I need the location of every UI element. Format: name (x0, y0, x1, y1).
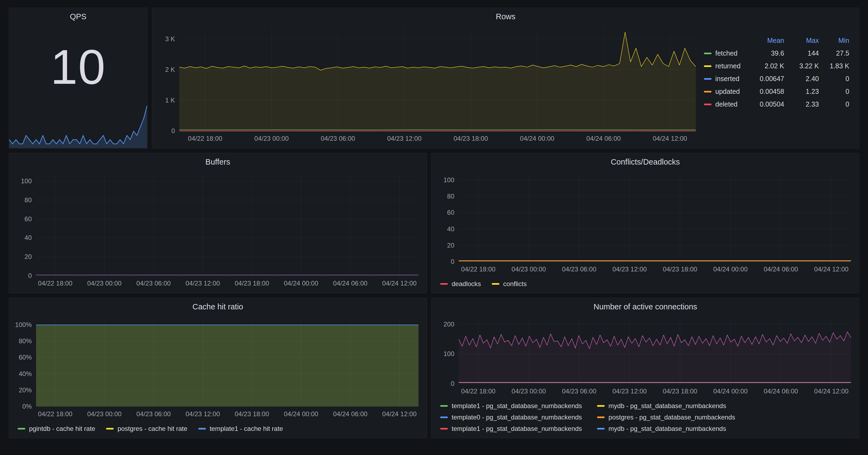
legend-item[interactable]: inserted (704, 75, 748, 83)
conflicts-plot-area[interactable]: 02040608010004/22 18:0004/23 00:0004/23 … (459, 173, 851, 262)
series-color-icon (18, 428, 25, 429)
legend-item[interactable]: postgres - cache hit rate (106, 425, 187, 432)
y-tick-label: 100 (21, 177, 32, 185)
x-tick-label: 04/24 12:00 (382, 280, 416, 287)
legend-label: template1 - pg_stat_database_numbackends (452, 402, 582, 410)
y-tick-label: 80 (447, 193, 454, 200)
legend-item[interactable]: deadlocks (440, 280, 481, 288)
x-tick-label: 04/24 06:00 (764, 265, 798, 273)
x-tick-label: 04/24 00:00 (520, 135, 554, 142)
x-tick-label: 04/23 12:00 (613, 388, 647, 395)
legend-item[interactable]: mydb - pg_stat_database_numbackends (597, 425, 735, 432)
legend-label: postgres - pg_stat_database_numbackends (609, 414, 735, 421)
y-tick-label: 100 (443, 176, 454, 184)
legend-item[interactable]: fetched (704, 50, 748, 57)
legend-label: updated (715, 88, 740, 95)
x-tick-label: 04/23 06:00 (562, 265, 596, 273)
x-tick-label: 04/24 12:00 (382, 410, 416, 418)
buffers-chart[interactable]: 02040608010004/22 18:0004/23 00:0004/23 … (9, 169, 427, 293)
stats-value: 2.40 (784, 75, 819, 83)
x-tick-label: 04/24 00:00 (284, 410, 318, 418)
stats-value: 0 (819, 100, 849, 108)
buffers-plot-area[interactable]: 02040608010004/22 18:0004/23 00:0004/23 … (36, 173, 418, 276)
series-color-icon (704, 53, 712, 54)
stats-value: 144 (784, 50, 819, 57)
stats-value: 39.6 (748, 50, 784, 57)
y-tick-label: 60 (447, 209, 454, 216)
x-tick-label: 04/22 18:00 (38, 410, 72, 418)
y-tick-label: 0% (22, 403, 32, 410)
legend-item[interactable]: template1 - pg_stat_database_numbackends (440, 425, 582, 432)
legend-label: template0 - pg_stat_database_numbackends (452, 414, 582, 421)
y-tick-label: 60% (19, 354, 32, 361)
x-tick-label: 04/23 00:00 (512, 388, 546, 395)
stats-header-mean[interactable]: Mean (748, 37, 784, 44)
cache-hit-ratio-chart[interactable]: 0%20%40%60%80%100%04/22 18:0004/23 00:00… (9, 314, 427, 424)
stats-header-max[interactable]: Max (784, 37, 819, 44)
legend-label: returned (715, 62, 741, 70)
panel-title-buffers[interactable]: Buffers (9, 153, 427, 169)
x-tick-label: 04/23 18:00 (663, 388, 698, 395)
legend-label: mydb - pg_stat_database_numbackends (609, 425, 726, 432)
panel-title-connections[interactable]: Number of active connections (432, 298, 859, 314)
legend-item[interactable]: mydb - pg_stat_database_numbackends (597, 402, 735, 410)
legend-label: template1 - pg_stat_database_numbackends (452, 425, 582, 432)
legend-item[interactable]: returned (704, 62, 748, 70)
panel-qps: QPS 10 (9, 8, 148, 149)
y-tick-label: 20 (24, 253, 32, 261)
x-tick-label: 04/24 00:00 (713, 388, 748, 395)
panel-title-conflicts[interactable]: Conflicts/Deadlocks (432, 153, 859, 169)
y-tick-label: 100 (443, 350, 454, 358)
legend-label: deleted (715, 100, 738, 108)
series-color-icon (597, 405, 604, 407)
connections-legend: template1 - pg_stat_database_numbackends… (432, 401, 859, 438)
y-tick-label: 60 (24, 215, 32, 223)
qps-stat-value: 10 (51, 42, 106, 91)
panel-title-cache[interactable]: Cache hit ratio (9, 298, 427, 314)
series-color-icon (704, 104, 712, 105)
x-tick-label: 04/24 12:00 (653, 135, 687, 142)
x-tick-label: 04/23 00:00 (512, 265, 546, 273)
x-tick-label: 04/24 06:00 (764, 388, 798, 395)
x-tick-label: 04/23 18:00 (235, 410, 269, 418)
legend-item[interactable]: template0 - pg_stat_database_numbackends (440, 414, 582, 421)
conflicts-chart[interactable]: 02040608010004/22 18:0004/23 00:0004/23 … (432, 169, 859, 279)
rows-chart[interactable]: 01 K2 K3 K04/22 18:0004/23 00:0004/23 06… (152, 23, 704, 148)
legend-item[interactable]: pgintdb - cache hit rate (18, 425, 95, 432)
y-tick-label: 200 (443, 321, 454, 328)
y-tick-label: 80 (24, 196, 32, 204)
connections-plot-area[interactable]: 010020004/22 18:0004/23 00:0004/23 06:00… (459, 318, 851, 384)
connections-chart[interactable]: 010020004/22 18:0004/23 00:0004/23 06:00… (432, 314, 859, 401)
stats-value: 0.00504 (748, 100, 784, 108)
legend-item[interactable]: template1 - pg_stat_database_numbackends (440, 402, 582, 410)
stats-header-min[interactable]: Min (819, 37, 849, 44)
legend-label: pgintdb - cache hit rate (29, 425, 95, 432)
dashboard-row-2: Buffers 02040608010004/22 18:0004/23 00:… (9, 153, 859, 293)
legend-item[interactable]: updated (704, 88, 748, 95)
x-tick-label: 04/23 12:00 (613, 265, 647, 273)
legend-item[interactable]: conflicts (492, 280, 527, 288)
rows-legend-table: MeanMaxMinfetched39.614427.5returned2.02… (704, 23, 859, 148)
panel-title-qps[interactable]: QPS (9, 8, 147, 23)
legend-item[interactable]: template1 - cache hit rate (198, 425, 283, 432)
y-tick-label: 0 (172, 127, 175, 135)
legend-item[interactable]: deleted (704, 100, 748, 108)
series-color-icon (597, 428, 604, 429)
x-tick-label: 04/23 00:00 (87, 410, 122, 418)
stats-value: 3.22 K (784, 62, 819, 70)
rows-plot-area[interactable]: 01 K2 K3 K04/22 18:0004/23 00:0004/23 06… (179, 28, 696, 131)
dashboard-row-1: QPS 10 Rows 01 K2 K3 K04/22 18:0004/23 0… (9, 8, 859, 149)
y-tick-label: 40 (447, 225, 454, 233)
cache-plot-area[interactable]: 0%20%40%60%80%100%04/22 18:0004/23 00:00… (36, 318, 418, 407)
series-color-icon (440, 417, 448, 418)
qps-plot-area[interactable] (9, 102, 147, 148)
y-tick-label: 1 K (165, 97, 175, 104)
panel-title-rows[interactable]: Rows (152, 8, 859, 23)
panel-cache-hit-ratio: Cache hit ratio 0%20%40%60%80%100%04/22 … (9, 298, 427, 438)
stats-row-updated: updated0.004581.230 (704, 85, 849, 98)
legend-item[interactable]: postgres - pg_stat_database_numbackends (597, 414, 735, 421)
x-tick-label: 04/23 06:00 (136, 410, 171, 418)
qps-sparkline-chart[interactable] (9, 102, 147, 148)
y-tick-label: 100% (15, 321, 32, 329)
stats-value: 1.83 K (819, 62, 849, 70)
